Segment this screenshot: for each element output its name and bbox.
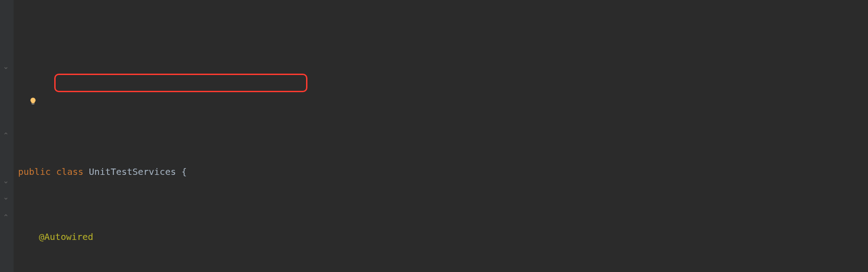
annotation: @Autowired: [39, 231, 93, 242]
gutter-fold-icon[interactable]: [3, 212, 9, 219]
keyword-public: public: [18, 166, 51, 177]
editor-gutter[interactable]: [0, 0, 14, 272]
gutter-fold-icon[interactable]: [3, 196, 9, 202]
gutter-fold-icon[interactable]: [3, 65, 9, 71]
intention-bulb-icon[interactable]: [18, 78, 27, 87]
gutter-fold-icon[interactable]: [3, 179, 9, 186]
gutter-fold-icon[interactable]: [3, 131, 9, 137]
keyword-class: class: [56, 166, 83, 177]
annotation-highlight-box: [54, 74, 307, 92]
brace: {: [176, 166, 187, 177]
code-editor[interactable]: public class UnitTestServices { @Autowir…: [0, 130, 868, 272]
svg-rect-0: [32, 104, 34, 104]
class-name: UnitTestServices: [89, 166, 176, 177]
code-line[interactable]: @Autowired: [18, 229, 868, 245]
code-line[interactable]: public class UnitTestServices {: [18, 164, 868, 180]
